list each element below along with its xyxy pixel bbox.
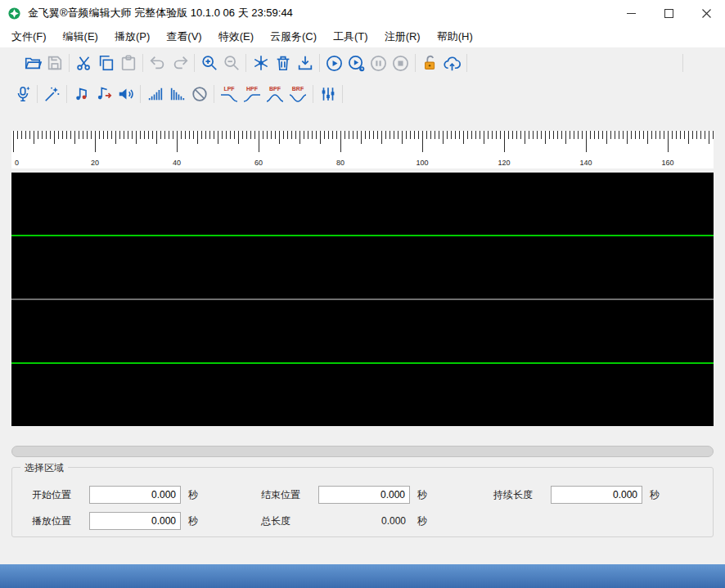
maximize-button[interactable] <box>650 0 687 26</box>
selection-groupbox: 选择区域 开始位置 秒 结束位置 秒 持续长度 秒 播放位置 秒 总长度 0.0… <box>11 467 714 537</box>
bpf-filter-button[interactable]: BPF <box>263 82 286 106</box>
duration-label: 持续长度 <box>493 488 551 502</box>
play-selection-button[interactable] <box>346 52 367 74</box>
toolbar-separator <box>214 85 214 103</box>
close-button[interactable] <box>687 0 725 26</box>
cloud-upload-icon <box>443 54 462 73</box>
menu-item-edit[interactable]: 编辑(E) <box>55 27 106 47</box>
effects-wand-button[interactable] <box>42 83 63 105</box>
end-position-input[interactable] <box>318 486 410 504</box>
delete-button[interactable] <box>272 52 294 74</box>
minimize-icon <box>627 9 636 18</box>
paste-icon <box>119 54 137 72</box>
undo-button[interactable] <box>147 52 169 74</box>
titlebar: 金飞翼®音频编辑大师 完整体验版 10.1.0 06 天 23:59:44 <box>0 0 725 26</box>
toolbar-separator <box>415 54 416 72</box>
toolbar-separator <box>466 54 467 72</box>
download-icon <box>296 54 314 72</box>
play-button[interactable] <box>324 52 345 74</box>
ruler-label: 80 <box>336 159 344 167</box>
toolbar-overflow-separator <box>682 54 683 72</box>
pitch-button[interactable] <box>71 83 92 105</box>
brf-label: BRF <box>292 86 304 92</box>
cloud-upload-button[interactable] <box>442 52 463 74</box>
hpf-filter-button[interactable]: HPF <box>241 82 263 106</box>
play-icon <box>325 54 344 73</box>
fade-in-button[interactable] <box>145 83 166 105</box>
fade-out-button[interactable] <box>167 83 188 105</box>
menu-item-play[interactable]: 播放(P) <box>106 27 158 47</box>
trash-icon <box>274 54 292 72</box>
maximize-icon <box>664 9 673 18</box>
end-position-field: 结束位置 秒 <box>261 486 427 504</box>
brf-filter-button[interactable]: BRF <box>286 82 309 106</box>
undo-icon <box>149 54 167 72</box>
lpf-curve-icon <box>219 92 239 103</box>
scissors-icon <box>75 54 93 72</box>
ruler-label: 0 <box>15 159 19 167</box>
play-position-input[interactable] <box>89 512 181 530</box>
effects-button[interactable] <box>250 52 272 74</box>
app-logo-icon <box>7 7 21 20</box>
play-position-label: 播放位置 <box>32 514 89 528</box>
toolbar-separator <box>140 85 141 103</box>
menu-item-tools[interactable]: 工具(T) <box>325 27 376 47</box>
play-position-unit: 秒 <box>188 514 198 528</box>
copy-icon <box>97 54 115 72</box>
speaker-icon <box>117 85 135 103</box>
tempo-button[interactable] <box>93 83 115 105</box>
total-length-value: 0.000 <box>318 515 410 527</box>
ruler-label: 100 <box>416 159 428 167</box>
bpf-label: BPF <box>269 86 281 92</box>
lpf-filter-button[interactable]: LPF <box>218 82 241 106</box>
open-file-button[interactable] <box>22 52 43 74</box>
download-button[interactable] <box>295 52 316 74</box>
waveform-centerline-right <box>11 362 714 364</box>
save-button[interactable] <box>44 52 65 74</box>
horizontal-scrollbar[interactable] <box>11 446 714 457</box>
duration-unit: 秒 <box>650 488 660 502</box>
equalizer-button[interactable] <box>317 83 339 105</box>
selection-group-title: 选择区域 <box>20 461 68 475</box>
menu-item-effects[interactable]: 特效(E) <box>210 27 262 47</box>
duration-field: 持续长度 秒 <box>493 486 660 504</box>
toolbar-separator <box>37 85 38 103</box>
start-position-label: 开始位置 <box>32 488 89 502</box>
cut-button[interactable] <box>74 52 95 74</box>
voice-button[interactable] <box>12 83 34 105</box>
banner-bar <box>0 564 725 588</box>
menu-item-view[interactable]: 查看(V) <box>158 27 209 47</box>
menu-item-cloud[interactable]: 云服务(C) <box>262 27 325 47</box>
start-position-input[interactable] <box>89 486 181 504</box>
lpf-label: LPF <box>223 86 234 92</box>
total-length-field: 总长度 0.000 秒 <box>261 512 427 530</box>
minimize-button[interactable] <box>612 0 650 26</box>
zoom-out-button[interactable] <box>221 52 242 74</box>
play-selection-icon <box>347 54 366 73</box>
waveform-channel-right[interactable] <box>11 300 714 426</box>
unlock-button[interactable] <box>420 52 441 74</box>
volume-button[interactable] <box>115 83 137 105</box>
copy-button[interactable] <box>96 52 117 74</box>
fade-in-icon <box>146 85 164 103</box>
pause-button[interactable] <box>368 52 390 74</box>
duration-input[interactable] <box>551 486 642 504</box>
menu-item-help[interactable]: 帮助(H) <box>429 27 481 47</box>
silence-button[interactable] <box>189 83 210 105</box>
paste-button[interactable] <box>118 52 139 74</box>
waveform-centerline-left <box>11 235 714 236</box>
waveform-display <box>11 173 714 426</box>
menu-item-file[interactable]: 文件(F) <box>3 27 55 47</box>
redo-icon <box>171 54 189 72</box>
stop-button[interactable] <box>390 52 412 74</box>
zoom-in-button[interactable] <box>199 52 220 74</box>
toolbar-separator <box>313 85 313 103</box>
redo-button[interactable] <box>169 52 191 74</box>
waveform-channel-left[interactable] <box>11 173 714 298</box>
hpf-label: HPF <box>246 86 258 92</box>
play-position-field: 播放位置 秒 <box>32 512 198 530</box>
unlock-icon <box>421 54 439 72</box>
timeline-ruler[interactable]: 0 20 40 60 80 100 120 140 160 <box>11 131 714 168</box>
music-note-icon <box>73 85 91 103</box>
menu-item-register[interactable]: 注册(R) <box>376 27 429 47</box>
